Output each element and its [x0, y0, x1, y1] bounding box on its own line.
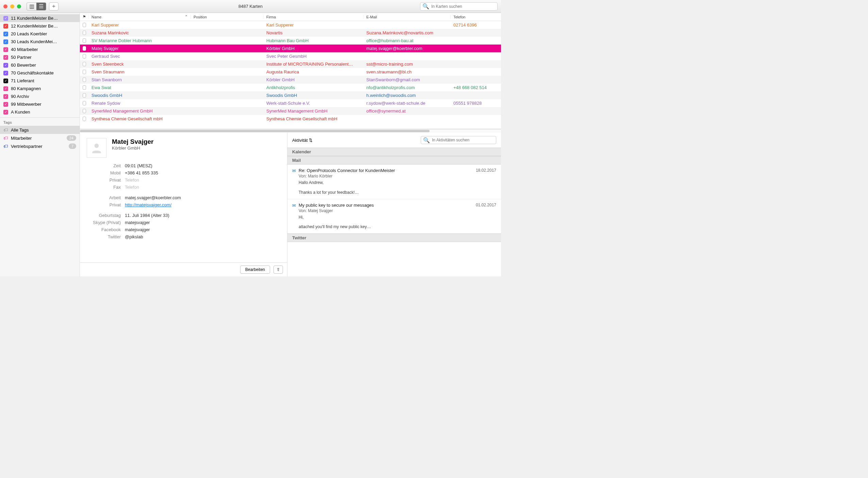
cell-telefon: 05551 978828: [451, 101, 498, 106]
cell-email: h.weinlich@swoodis.com: [364, 93, 451, 98]
detail-panel: Matej Svajger Körbler GmbH Zeit09:01 (ME…: [80, 133, 287, 276]
table-row[interactable]: Stan Swanborn Körbler GmbH StanSwanborn@…: [80, 76, 501, 84]
row-checkbox[interactable]: [83, 78, 86, 82]
detail-field: Twitter@pikslab: [87, 234, 280, 239]
sidebar-item[interactable]: 40 Mitarbeiter: [0, 46, 80, 53]
horizontal-scrollbar[interactable]: [80, 129, 501, 133]
sidebar-item[interactable]: 71 Lieferant: [0, 77, 80, 85]
mail-item[interactable]: ✉ Re: OpenProtocols Connector for Kunden…: [287, 165, 501, 199]
search-input[interactable]: [431, 4, 495, 9]
mail-date: 18.02.2017: [476, 168, 496, 173]
share-icon: ⇧: [277, 267, 280, 272]
view-list-icon[interactable]: ☰: [36, 3, 46, 10]
share-button[interactable]: ⇧: [273, 266, 283, 274]
sidebar-item[interactable]: 12 KundenMeister Be…: [0, 22, 80, 30]
row-checkbox[interactable]: [83, 46, 86, 51]
mail-item[interactable]: ✉ My public key to secure our messages01…: [287, 199, 501, 234]
field-value: matejsvajger: [125, 227, 280, 232]
maximize-button[interactable]: [17, 4, 21, 8]
checkbox-icon: [3, 55, 8, 60]
checkbox-icon: [3, 102, 8, 107]
table-row[interactable]: SynerMed Management GmbH SynerMed Manage…: [80, 107, 501, 115]
table-row[interactable]: Sven Steenbeck Institute of MICROTRAININ…: [80, 60, 501, 68]
edit-button[interactable]: Bearbeiten: [240, 266, 270, 274]
detail-field: Geburtstag11. Juli 1984 (Alter 33): [87, 213, 280, 218]
mail-icon: ✉: [292, 203, 296, 230]
cell-firma: Novartis: [264, 30, 364, 35]
global-search[interactable]: 🔍: [420, 2, 498, 11]
table-row[interactable]: Gertraud Svec Svec Peter GesmbH: [80, 52, 501, 60]
cell-name: Renate Sydow: [89, 101, 191, 106]
checkbox-icon: [3, 16, 8, 21]
sidebar-item[interactable]: 70 Geschäftskontakte: [0, 69, 80, 77]
sidebar-item-label: 99 Mitbewerber: [11, 102, 41, 107]
cell-email: r.sydow@werk-statt-schule.de: [364, 101, 451, 106]
minimize-button[interactable]: [10, 4, 14, 8]
sidebar: 11 KundenMeister Be…12 KundenMeister Be……: [0, 13, 80, 276]
table-row[interactable]: Sven Straumann Augusta Raurica sven.stra…: [80, 68, 501, 76]
sidebar-item[interactable]: 60 Bewerber: [0, 61, 80, 69]
sidebar-item[interactable]: 80 Kampagnen: [0, 85, 80, 92]
cell-name: Stan Swanborn: [89, 77, 191, 82]
col-telefon[interactable]: Telefon: [451, 15, 498, 19]
sidebar-item[interactable]: A Kunden: [0, 108, 80, 116]
sidebar-item[interactable]: 50 Partner: [0, 53, 80, 61]
table-row[interactable]: Suzana Marinkovic Novartis Suzana.Marink…: [80, 29, 501, 37]
col-email[interactable]: E-Mail: [364, 15, 451, 19]
tag-icon: 🏷: [3, 127, 8, 133]
checkbox-icon: [3, 32, 8, 36]
detail-link[interactable]: http://matejsvajger.com/: [125, 202, 171, 207]
row-checkbox[interactable]: [83, 70, 86, 74]
table-row[interactable]: SV Marianne Dobler Hubmann Hubmann Bau G…: [80, 37, 501, 45]
sidebar-item[interactable]: 90 Archiv: [0, 92, 80, 100]
sidebar-item[interactable]: 11 KundenMeister Be…: [0, 14, 80, 22]
table-row[interactable]: Ewa Swat Antikholzprofis nfo@antikholzpr…: [80, 84, 501, 91]
sidebar-item[interactable]: 99 Mitbewerber: [0, 100, 80, 108]
sidebar-item[interactable]: 20 Leads Koerbler: [0, 30, 80, 38]
row-checkbox[interactable]: [83, 93, 86, 98]
sort-asc-icon: ⌃: [185, 15, 188, 19]
field-label: Facebook: [87, 227, 121, 232]
cell-email: nfo@antikholzprofis.com: [364, 85, 451, 90]
row-checkbox[interactable]: [83, 109, 86, 113]
table-row[interactable]: Matej Svajger Körbler GmbH matej.svajger…: [80, 45, 501, 52]
sidebar-item-label: 20 Leads Koerbler: [11, 31, 47, 36]
sidebar-item-label: 90 Archiv: [11, 94, 29, 99]
sidebar-item[interactable]: 30 Leads KundenMei…: [0, 38, 80, 46]
section-kalender[interactable]: Kalender: [287, 148, 501, 156]
tag-item[interactable]: 🏷Vertriebspartner7: [0, 142, 80, 150]
activity-selector[interactable]: Aktivität ⇅: [292, 138, 313, 143]
mail-date: 01.02.2017: [476, 203, 496, 208]
section-twitter[interactable]: Twitter: [287, 234, 501, 242]
row-checkbox[interactable]: [83, 38, 86, 43]
table-row[interactable]: Swoodis GmbH Swoodis GmbH h.weinlich@swo…: [80, 91, 501, 99]
add-button[interactable]: ＋: [49, 2, 59, 11]
tag-badge: 24: [67, 135, 76, 141]
cell-firma: SynerMed Management GmbH: [264, 108, 364, 114]
cell-email: sst@micro-training.com: [364, 62, 451, 67]
sidebar-item-label: 11 KundenMeister Be…: [11, 16, 58, 21]
table-row[interactable]: Karl Supperer Karl Supperer 02714 6396: [80, 21, 501, 29]
row-checkbox[interactable]: [83, 62, 86, 66]
col-name[interactable]: Name⌃: [89, 15, 191, 19]
activity-search-input[interactable]: [432, 138, 494, 142]
row-checkbox[interactable]: [83, 54, 86, 58]
view-toggle[interactable]: ▥ ☰: [27, 2, 46, 11]
table-row[interactable]: Synthesa Chemie Gesellschaft mbH Synthes…: [80, 115, 501, 123]
row-checkbox[interactable]: [83, 31, 86, 35]
section-mail[interactable]: Mail: [287, 156, 501, 165]
col-position[interactable]: Position: [191, 15, 264, 19]
col-firma[interactable]: Firma: [264, 15, 364, 19]
row-checkbox[interactable]: [83, 85, 86, 90]
row-checkbox[interactable]: [83, 23, 86, 27]
col-flag[interactable]: ⚑: [80, 15, 89, 19]
view-columns-icon[interactable]: ▥: [27, 3, 36, 10]
activity-search[interactable]: 🔍: [421, 136, 496, 144]
table-row[interactable]: Renate Sydow Werk-statt-Schule e.V. r.sy…: [80, 99, 501, 107]
row-checkbox[interactable]: [83, 117, 86, 121]
tag-item[interactable]: 🏷Mitarbeiter24: [0, 134, 80, 142]
close-button[interactable]: [3, 4, 7, 8]
sidebar-item-label: 60 Bewerber: [11, 63, 36, 68]
row-checkbox[interactable]: [83, 101, 86, 105]
tag-item[interactable]: 🏷Alle Tags: [0, 126, 80, 134]
